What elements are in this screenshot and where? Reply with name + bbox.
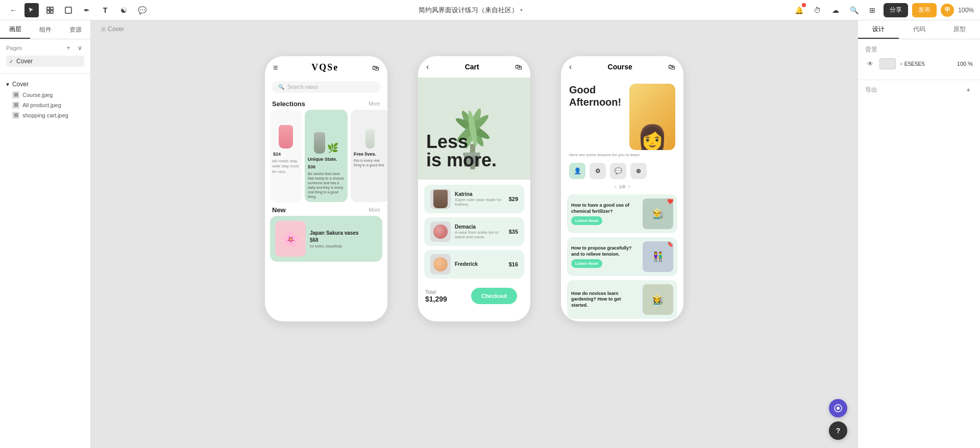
text-tool[interactable]: T bbox=[98, 3, 112, 17]
course-card-3[interactable]: How do novices learn gardening? How to g… bbox=[567, 280, 677, 319]
tab-prototype[interactable]: 原型 bbox=[939, 20, 980, 39]
course-next-icon[interactable]: › bbox=[628, 184, 630, 189]
vase-selections-title: Selections bbox=[272, 100, 305, 108]
zoom-out-icon[interactable]: 🔍 bbox=[847, 3, 861, 17]
vase-new-card[interactable]: 🌸 Japan Sakura vases $68 for better, bea… bbox=[270, 216, 382, 262]
svg-rect-2 bbox=[47, 11, 50, 13]
course-icon-1[interactable]: 👤 bbox=[569, 163, 585, 179]
layer-allproduct-jpeg[interactable]: 🖼 All product.jpeg bbox=[0, 100, 90, 110]
course-card-2-btn[interactable]: Listen Now! bbox=[571, 259, 602, 268]
course-icon-3[interactable]: 💬 bbox=[610, 163, 626, 179]
back-button[interactable]: ← bbox=[6, 3, 20, 17]
course-phone-frame: ‹ Course 🛍 Good Afternoon! 👩 bbox=[561, 56, 683, 321]
notification-dot bbox=[802, 3, 806, 7]
timer-icon[interactable]: ⏱ bbox=[810, 3, 824, 17]
comment-tool[interactable]: 💬 bbox=[135, 3, 149, 17]
course-prev-icon[interactable]: ‹ bbox=[615, 184, 616, 189]
vase-hamburger-icon[interactable]: ≡ bbox=[273, 63, 278, 72]
pen-tool[interactable]: ✒ bbox=[80, 3, 94, 17]
vase-bag-icon[interactable]: 🛍 bbox=[372, 64, 379, 72]
visibility-toggle[interactable]: 👁 bbox=[865, 59, 875, 69]
layer-cart-jpeg[interactable]: 🖼 shopping cart.jpeg bbox=[0, 110, 90, 120]
cart-bag-icon[interactable]: 🛍 bbox=[515, 63, 522, 71]
page-cover[interactable]: ✓ Cover bbox=[6, 56, 84, 67]
vase-product-3[interactable]: Free lives. this is every real thing to … bbox=[351, 110, 387, 202]
user-avatar[interactable]: 甲 bbox=[941, 4, 954, 17]
vase-product-1-img bbox=[270, 110, 302, 151]
course-icon-2[interactable]: ⚙ bbox=[590, 163, 606, 179]
cart-total-column: Total $1,299 bbox=[425, 289, 447, 303]
vase-product-1[interactable]: $24 tall roads stay walk stay most for n… bbox=[270, 110, 302, 202]
course-icon-4[interactable]: ⊕ bbox=[630, 163, 647, 179]
cart-checkout-button[interactable]: Checkout bbox=[471, 288, 517, 304]
cart-item-2[interactable]: Demacia A vase from ankle-full of talent… bbox=[424, 217, 524, 246]
title-dropdown-icon[interactable]: ▾ bbox=[520, 7, 523, 13]
vase-product-2-desc: Be careful that none that nearly to a ch… bbox=[305, 171, 348, 203]
pages-expand-button[interactable]: ∨ bbox=[75, 43, 84, 53]
course-garden-icon: 👩‍🌾 bbox=[652, 294, 664, 305]
tab-layers[interactable]: 画层 bbox=[0, 20, 30, 39]
frame-tool[interactable] bbox=[43, 3, 57, 17]
layer-thumb-cart: 🖼 bbox=[12, 112, 19, 119]
course-page-indicator: 1/8 bbox=[619, 184, 626, 189]
vase-search-bar[interactable]: 🔍 Search vases bbox=[272, 81, 380, 93]
tab-code[interactable]: 代码 bbox=[899, 20, 940, 39]
svg-rect-3 bbox=[51, 11, 53, 13]
publish-button[interactable]: 发布 bbox=[912, 3, 937, 17]
course-card-2-bookmark[interactable]: 🔖 bbox=[667, 241, 673, 247]
course-greeting: Good Afternoon! bbox=[569, 84, 621, 150]
layer-cover-header[interactable]: ▼ Cover bbox=[0, 79, 90, 90]
toolbar-right: 🔔 ⏱ ☁ 🔍 ⊞ 分享 发布 甲 100% bbox=[792, 3, 974, 17]
notification-icon[interactable]: 🔔 bbox=[792, 3, 806, 17]
vase-more-link[interactable]: More bbox=[369, 101, 380, 107]
ai-assistant-button[interactable] bbox=[829, 399, 847, 417]
cloud-icon[interactable]: ☁ bbox=[828, 3, 843, 17]
share-button[interactable]: 分享 bbox=[884, 3, 908, 17]
vase-product-2-img: 🌿 bbox=[305, 110, 348, 156]
vase-selections-header: Selections More bbox=[265, 97, 387, 110]
layer-cover-label: Cover bbox=[12, 81, 29, 88]
vase-header: ≡ VQSe 🛍 bbox=[265, 56, 387, 79]
course-card-2[interactable]: How to propose gracefully? and to reliev… bbox=[567, 237, 677, 276]
cart-item-3-name: Frederick bbox=[455, 261, 505, 267]
export-header: 导出 + bbox=[865, 85, 973, 94]
bg-color-swatch[interactable] bbox=[879, 58, 896, 69]
tab-components[interactable]: 组件 bbox=[30, 20, 60, 39]
layer-thumb-allproduct: 🖼 bbox=[12, 102, 19, 109]
select-tool[interactable] bbox=[24, 3, 39, 17]
course-bag-icon[interactable]: 🛍 bbox=[668, 63, 675, 71]
vase-product-2[interactable]: 🌿 Unique State. $36 Be careful that none… bbox=[305, 110, 348, 202]
vase-new-product-price: $68 bbox=[310, 237, 377, 243]
cart-back-icon[interactable]: ‹ bbox=[426, 62, 429, 71]
course-card-3-info: How do novices learn gardening? How to g… bbox=[571, 291, 639, 309]
add-page-button[interactable]: + bbox=[64, 43, 73, 53]
export-add-button[interactable]: + bbox=[964, 85, 973, 94]
course-card-1-btn[interactable]: Listen Now! bbox=[571, 216, 602, 225]
layer-thumb-course: 🖼 bbox=[12, 91, 19, 98]
course-card-1[interactable]: How to have a good use of chemical ferti… bbox=[567, 194, 677, 233]
tab-design[interactable]: 设计 bbox=[858, 20, 899, 39]
vase-new-product-info: Japan Sakura vases $68 for better, beaut… bbox=[310, 230, 377, 248]
layer-course-jpeg[interactable]: 🖼 Course.jpeg bbox=[0, 90, 90, 100]
rect-tool[interactable] bbox=[61, 3, 76, 17]
cart-item-2-img bbox=[430, 221, 451, 242]
help-button[interactable]: ? bbox=[829, 421, 847, 440]
course-card-1-heart[interactable]: ❤️ bbox=[667, 198, 673, 204]
vase-product-1-price: $24 bbox=[270, 151, 302, 159]
cart-total-label: Total bbox=[425, 289, 447, 295]
cart-item-3[interactable]: Frederick $16 bbox=[424, 250, 524, 279]
course-back-icon[interactable]: ‹ bbox=[569, 62, 572, 71]
vase-new-more[interactable]: More bbox=[369, 207, 380, 213]
cart-face-shape bbox=[433, 257, 448, 271]
vase-new-section-header: New More bbox=[265, 202, 387, 216]
cart-item-2-name: Demacia bbox=[455, 224, 505, 230]
layout-icon[interactable]: ⊞ bbox=[865, 3, 879, 17]
tab-assets[interactable]: 资源 bbox=[60, 20, 90, 39]
vase-shape-gray bbox=[314, 132, 325, 154]
bg-section-title: 背景 bbox=[865, 45, 973, 54]
document-title: 简约风界面设计练习（来自社区） ▾ bbox=[419, 6, 523, 15]
zoom-level: 100% bbox=[958, 7, 974, 14]
boolean-tool[interactable]: ☯ bbox=[116, 3, 131, 17]
bg-color-row: 👁 + E5E5E5 100 % bbox=[865, 58, 973, 69]
cart-item-1[interactable]: Katrina Super cute vase made for Katrina… bbox=[424, 185, 524, 213]
